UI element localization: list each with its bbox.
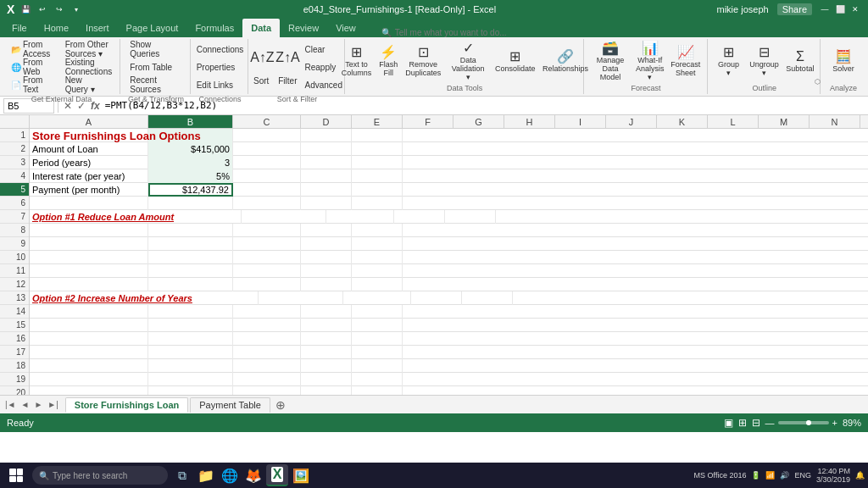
cell-d19[interactable] bbox=[301, 373, 352, 386]
cell-d15[interactable] bbox=[301, 319, 352, 332]
row-num-2[interactable]: 2 bbox=[0, 142, 29, 156]
quick-save-icon[interactable]: 💾 bbox=[19, 3, 31, 15]
cell-c14[interactable] bbox=[233, 305, 301, 319]
cell-d17[interactable] bbox=[301, 346, 352, 359]
col-header-l[interactable]: L bbox=[708, 115, 759, 128]
cell-a3[interactable]: Period (years) bbox=[30, 156, 148, 169]
row-num-1[interactable]: 1 bbox=[0, 129, 29, 142]
cell-c2[interactable] bbox=[233, 142, 301, 156]
existing-connections-button[interactable]: ExistingConnections bbox=[63, 58, 115, 75]
edge-app[interactable]: 🌐 bbox=[219, 464, 241, 486]
row-num-19[interactable]: 19 bbox=[0, 373, 29, 386]
cell-c15[interactable] bbox=[233, 319, 301, 332]
cell-e5[interactable] bbox=[352, 183, 403, 197]
outline-expand-icon[interactable]: ⬡ bbox=[815, 78, 821, 86]
cell-a16[interactable] bbox=[30, 332, 148, 346]
firefox-app[interactable]: 🦊 bbox=[242, 464, 264, 486]
solver-button[interactable]: 🧮Solver bbox=[829, 43, 858, 80]
cell-c12[interactable] bbox=[233, 278, 301, 291]
from-access-button[interactable]: 📂 From Access bbox=[8, 41, 59, 58]
col-header-k[interactable]: K bbox=[657, 115, 708, 128]
cell-e2[interactable] bbox=[352, 142, 403, 156]
cell-c18[interactable] bbox=[233, 359, 301, 373]
new-query-button[interactable]: NewQuery ▾ bbox=[63, 76, 115, 93]
consolidate-button[interactable]: ⊞Consolidate bbox=[492, 43, 538, 80]
cell-a7[interactable]: Option #1 Reduce Loan Amount bbox=[30, 210, 242, 224]
sheet-nav-last[interactable]: ►| bbox=[46, 400, 60, 409]
cell-e20[interactable] bbox=[352, 386, 403, 395]
cell-e12[interactable] bbox=[352, 278, 403, 291]
cell-c20[interactable] bbox=[233, 386, 301, 395]
sheet-tab-payment-table[interactable]: Payment Table bbox=[190, 397, 270, 413]
undo-icon[interactable]: ↩ bbox=[36, 3, 48, 15]
sort-button[interactable]: Sort bbox=[249, 72, 273, 89]
cell-c19[interactable] bbox=[233, 373, 301, 386]
flash-fill-button[interactable]: ⚡FlashFill bbox=[376, 43, 401, 80]
cell-a19[interactable] bbox=[30, 373, 148, 386]
row-num-8[interactable]: 8 bbox=[0, 224, 29, 237]
cell-a13[interactable]: Option #2 Increase Number of Years bbox=[30, 291, 259, 305]
taskbar-search[interactable]: 🔍 Type here to search bbox=[32, 466, 168, 485]
row-num-7[interactable]: 7 bbox=[0, 210, 29, 224]
cell-a9[interactable] bbox=[30, 237, 148, 251]
row-num-12[interactable]: 12 bbox=[0, 278, 29, 291]
col-header-c[interactable]: C bbox=[233, 115, 301, 128]
data-validation-button[interactable]: ✓DataValidation ▾ bbox=[446, 43, 491, 80]
cell-c8[interactable] bbox=[233, 224, 301, 237]
cell-e11[interactable] bbox=[352, 264, 403, 278]
cell-b8[interactable] bbox=[148, 224, 233, 237]
row-num-4[interactable]: 4 bbox=[0, 169, 29, 183]
col-header-m[interactable]: M bbox=[759, 115, 810, 128]
cell-d7[interactable] bbox=[394, 210, 445, 224]
cell-d8[interactable] bbox=[301, 224, 352, 237]
col-header-a[interactable]: A bbox=[30, 115, 148, 128]
sheet-nav-next[interactable]: ► bbox=[32, 400, 44, 409]
edit-links-button[interactable]: Edit Links bbox=[194, 76, 247, 93]
group-button[interactable]: ⊞Group ▾ bbox=[714, 43, 744, 80]
cell-b19[interactable] bbox=[148, 373, 233, 386]
from-web-button[interactable]: 🌐 From Web bbox=[8, 58, 59, 75]
col-header-e[interactable]: E bbox=[352, 115, 403, 128]
cell-c9[interactable] bbox=[233, 237, 301, 251]
ribbon-search-input[interactable] bbox=[395, 28, 531, 37]
zoom-in-icon[interactable]: + bbox=[832, 418, 837, 428]
row-num-17[interactable]: 17 bbox=[0, 346, 29, 359]
cell-d4[interactable] bbox=[301, 169, 352, 183]
cell-b20[interactable] bbox=[148, 386, 233, 395]
cell-e19[interactable] bbox=[352, 373, 403, 386]
cell-e13[interactable] bbox=[462, 291, 513, 305]
tab-data[interactable]: Data bbox=[242, 19, 280, 37]
cell-a1[interactable]: Store Furnishings Loan Options bbox=[30, 129, 148, 142]
relationships-button[interactable]: 🔗Relationships bbox=[540, 43, 591, 80]
cell-a6[interactable] bbox=[30, 197, 148, 210]
row-num-20[interactable]: 20 bbox=[0, 386, 29, 395]
file-explorer-app[interactable]: 📁 bbox=[195, 464, 217, 486]
remove-duplicates-button[interactable]: ⊡RemoveDuplicates bbox=[403, 43, 444, 80]
cell-c4[interactable] bbox=[233, 169, 301, 183]
zoom-out-icon[interactable]: — bbox=[765, 418, 775, 428]
cell-a17[interactable] bbox=[30, 346, 148, 359]
cell-b2[interactable]: $415,000 bbox=[148, 142, 233, 156]
text-to-columns-button[interactable]: ⊞Text toColumns bbox=[338, 43, 374, 80]
connections-button[interactable]: Connections bbox=[194, 41, 247, 58]
cell-b15[interactable] bbox=[148, 319, 233, 332]
cell-d10[interactable] bbox=[301, 251, 352, 264]
cell-e17[interactable] bbox=[352, 346, 403, 359]
cell-c5[interactable] bbox=[233, 183, 301, 197]
cell-c1[interactable] bbox=[233, 129, 301, 142]
what-if-analysis-button[interactable]: 📊What-IfAnalysis ▾ bbox=[632, 43, 668, 80]
forecast-sheet-button[interactable]: 📈ForecastSheet bbox=[670, 43, 702, 80]
tab-view[interactable]: View bbox=[327, 19, 364, 37]
cell-b9[interactable] bbox=[148, 237, 233, 251]
tab-formulas[interactable]: Formulas bbox=[186, 19, 242, 37]
notifications-icon[interactable]: 🔔 bbox=[855, 471, 865, 480]
cell-b13[interactable] bbox=[259, 291, 343, 305]
row-num-15[interactable]: 15 bbox=[0, 319, 29, 332]
task-view-button[interactable]: ⧉ bbox=[171, 464, 193, 486]
ungroup-button[interactable]: ⊟Ungroup ▾ bbox=[745, 43, 782, 80]
add-sheet-button[interactable]: ⊕ bbox=[272, 398, 289, 412]
view-layout-icon[interactable]: ⊞ bbox=[738, 417, 747, 429]
col-header-j[interactable]: J bbox=[606, 115, 657, 128]
cell-b17[interactable] bbox=[148, 346, 233, 359]
view-normal-icon[interactable]: ▣ bbox=[724, 417, 733, 429]
